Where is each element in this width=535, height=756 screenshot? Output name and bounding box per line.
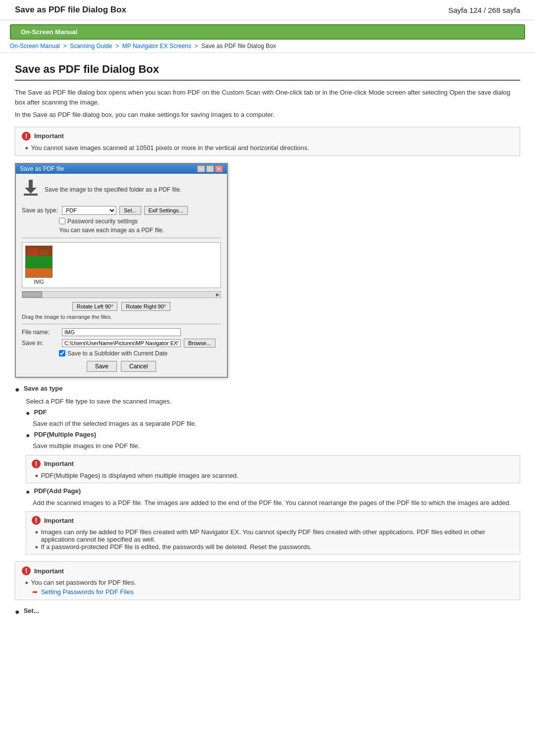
dialog-scrollbar-thumb[interactable] xyxy=(22,292,42,298)
main-content: Save as PDF file Dialog Box The Save as … xyxy=(0,58,535,636)
page-title-header: Save as PDF file Dialog Box xyxy=(15,5,126,15)
dialog-save-desc: Save the image to the specified folder a… xyxy=(45,186,181,193)
dialog-password-row: Password security settings xyxy=(59,218,221,225)
important-passwords-link-row: ➡ Setting Passwords for PDF Files xyxy=(21,588,514,596)
sub-bullet-dot-pdf: ● xyxy=(26,408,30,418)
dialog-thumbnail xyxy=(25,246,53,278)
dialog-title: Save as PDF file xyxy=(20,165,64,172)
sub-bullet-body-pdf: Save each of the selected images as a se… xyxy=(33,419,520,429)
sub-bullet-title-pdf-multi: PDF(Multiple Pages) xyxy=(34,431,96,438)
svg-text:!: ! xyxy=(35,460,38,468)
dialog-rotate-row: Rotate Left 90° Rotate Right 90° xyxy=(22,302,221,311)
important-box-passwords: ! Important You can set passwords for PD… xyxy=(15,561,520,600)
breadcrumb: On-Screen Manual > Scanning Guide > MP N… xyxy=(0,40,535,53)
dialog-save-as-type-label: Save as type: xyxy=(22,207,59,214)
important-icon-pdf-multi: ! xyxy=(31,459,41,469)
intro-line1: The Save as PDF file dialog box opens wh… xyxy=(15,88,520,107)
dialog-save-as-type-select[interactable]: PDF xyxy=(62,206,116,215)
dialog-body: Save the image to the specified folder a… xyxy=(16,174,227,377)
dialog-savein-label: Save in: xyxy=(22,340,59,347)
svg-text:!: ! xyxy=(35,516,38,524)
sub-bullet-pdf: ● PDF xyxy=(26,408,520,418)
dialog-maximize-btn[interactable]: □ xyxy=(206,165,214,172)
dialog-rotate-left-btn[interactable]: Rotate Left 90° xyxy=(72,302,118,311)
sub-bullet-pdf-add: ● PDF(Add Page) xyxy=(26,487,520,497)
dialog-thumbnail-area: IMG xyxy=(22,242,221,288)
dialog-exif-button[interactable]: Exif Settings... xyxy=(144,206,188,215)
breadcrumb-link-1[interactable]: On-Screen Manual xyxy=(10,43,60,50)
svg-text:!: ! xyxy=(25,567,28,575)
important-icon-top: ! xyxy=(21,131,31,141)
important-inline-pdf-add: ! Important Images can only be added to … xyxy=(26,511,520,554)
intro-line2: In the Save as PDF file dialog box, you … xyxy=(15,110,520,120)
important-inline-pdf-multi: ! Important PDF(Multiple Pages) is displ… xyxy=(26,455,520,483)
dialog-save-icon-row: Save the image to the specified folder a… xyxy=(22,179,221,201)
thumbnail-image xyxy=(26,246,53,278)
important-header-passwords: ! Important xyxy=(21,566,514,576)
important-header-pdf-multi: ! Important xyxy=(31,459,515,469)
svg-rect-9 xyxy=(40,250,49,255)
important-header-pdf-add: ! Important xyxy=(31,515,515,525)
dialog-password-note: You can save each image as a PDF file. xyxy=(59,227,221,234)
important-item-pdf-add-2: If a password-protected PDF file is edit… xyxy=(31,543,515,551)
bullet-dot-set: ● xyxy=(15,607,20,617)
sub-bullet-title-pdf: PDF xyxy=(34,408,47,416)
svg-rect-8 xyxy=(28,249,38,256)
dialog-separator-2 xyxy=(22,324,221,324)
dialog-subfolder-checkbox[interactable] xyxy=(59,350,65,356)
section-set: ● Set... xyxy=(15,607,520,617)
sub-bullet-body-pdf-multi: Save multiple images in one PDF file. xyxy=(33,441,520,451)
dialog-save-icon xyxy=(22,179,40,201)
bullet-dot-1: ● xyxy=(15,385,20,395)
important-item-top-1: You cannot save images scanned at 10501 … xyxy=(21,144,514,151)
bullet-body-1: Select a PDF file type to save the scann… xyxy=(26,397,520,406)
sub-bullet-dot-pdf-multi: ● xyxy=(26,431,30,441)
dialog-actions: Save Cancel xyxy=(22,361,221,372)
link-arrow-icon: ➡ xyxy=(32,588,38,596)
dialog-thumbnail-wrapper: IMG xyxy=(25,246,53,285)
bullet-title-1: Save as type xyxy=(24,385,63,392)
dialog-thumbnail-label: IMG xyxy=(34,279,44,285)
breadcrumb-link-2[interactable]: Scanning Guide xyxy=(70,43,112,50)
dialog-minimize-btn[interactable]: — xyxy=(197,165,205,172)
dialog-password-label: Password security settings xyxy=(67,218,138,225)
dialog-savein-row: Save in: Browse... xyxy=(22,339,221,348)
svg-text:!: ! xyxy=(25,132,28,140)
breadcrumb-current: Save as PDF file Dialog Box xyxy=(201,43,276,50)
dialog-titlebar-buttons: — □ ✕ xyxy=(197,165,223,172)
dialog-browse-btn[interactable]: Browse... xyxy=(184,339,215,348)
dialog-savein-input[interactable] xyxy=(62,339,181,347)
dialog-password-checkbox[interactable] xyxy=(59,218,65,224)
dialog-drag-note: Drag the image to rearrange the files. xyxy=(22,314,221,320)
svg-rect-7 xyxy=(26,268,53,278)
save-pdf-dialog: Save as PDF file — □ ✕ Save the image to xyxy=(15,163,228,378)
dialog-filename-label: File name: xyxy=(22,329,59,336)
svg-rect-4 xyxy=(24,194,38,196)
dialog-set-button[interactable]: Set... xyxy=(119,206,141,215)
dialog-rotate-right-btn[interactable]: Rotate Right 90° xyxy=(121,302,170,311)
manual-bar: On-Screen Manual xyxy=(10,24,525,40)
dialog-close-btn[interactable]: ✕ xyxy=(215,165,223,172)
save-arrow-icon xyxy=(22,179,40,197)
dialog-scrollbar[interactable]: ▶ xyxy=(22,291,221,298)
dialog-subfolder-label: Save to a Subfolder with Current Date xyxy=(67,350,167,357)
breadcrumb-link-3[interactable]: MP Navigator EX Screens xyxy=(122,43,191,50)
important-item-pdf-add-1: Images can only be added to PDF files cr… xyxy=(31,528,515,543)
sub-bullet-dot-pdf-add: ● xyxy=(26,487,30,497)
svg-marker-3 xyxy=(25,188,37,194)
dialog-filename-input[interactable] xyxy=(62,328,181,336)
important-icon-passwords: ! xyxy=(21,566,31,576)
svg-rect-2 xyxy=(29,180,33,189)
dialog-cancel-btn[interactable]: Cancel xyxy=(121,361,156,372)
dialog-titlebar: Save as PDF file — □ ✕ xyxy=(16,164,227,174)
important-header-top: ! Important xyxy=(21,131,514,141)
dialog-scrollbar-arrow[interactable]: ▶ xyxy=(216,292,220,297)
important-item-pdf-multi-1: PDF(Multiple Pages) is displayed when mu… xyxy=(31,472,515,479)
dialog-filename-row: File name: xyxy=(22,328,221,336)
bullet-title-set: Set... xyxy=(24,607,39,614)
setting-passwords-link[interactable]: Setting Passwords for PDF Files xyxy=(41,588,134,596)
sub-bullet-pdf-multi: ● PDF(Multiple Pages) xyxy=(26,431,520,441)
dialog-save-btn[interactable]: Save xyxy=(87,361,117,372)
section-save-as-type: ● Save as type Select a PDF file type to… xyxy=(15,385,520,555)
dialog-subfolder-row: Save to a Subfolder with Current Date xyxy=(59,350,221,357)
